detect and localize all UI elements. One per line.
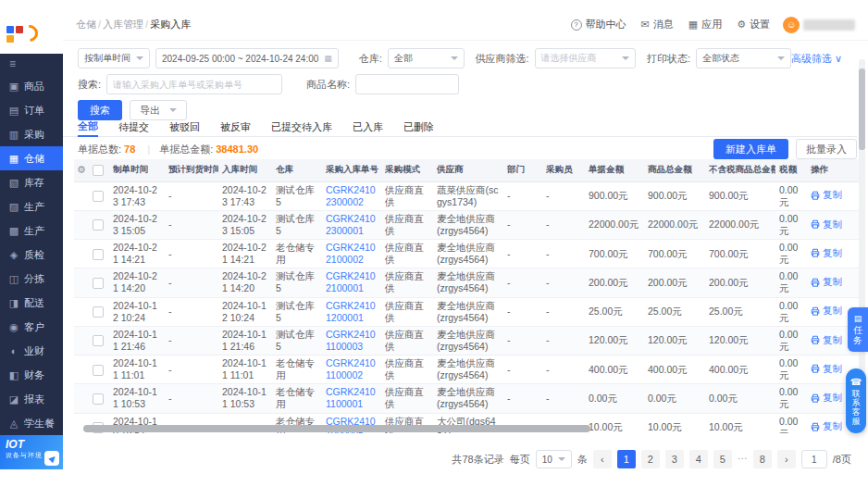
page-button-4[interactable]: 4 <box>689 450 708 468</box>
row-checkbox[interactable] <box>93 191 104 202</box>
sidebar-item-生产-5[interactable]: ▨生产 <box>0 194 63 218</box>
next-page-button[interactable]: › <box>777 450 796 468</box>
help-button[interactable]: ?帮助中心 <box>571 18 626 31</box>
copy-button[interactable]: 复制 <box>811 363 842 375</box>
sidebar-item-客户-10[interactable]: ◉客户 <box>0 315 63 339</box>
tab-0[interactable]: 全部 <box>78 117 98 137</box>
column-settings-icon[interactable]: ⚙ <box>77 164 86 175</box>
page-button-1[interactable]: 1 <box>617 450 636 468</box>
sidebar-item-业财-11[interactable]: ◐业财 <box>0 339 63 363</box>
chevron-down-icon <box>136 56 143 64</box>
iot-panel[interactable]: IOT 设备与环境 ▶ <box>0 435 63 469</box>
page-button-5[interactable]: 5 <box>713 450 732 468</box>
copy-button[interactable]: 复制 <box>811 218 842 231</box>
tab-4[interactable]: 已提交待入库 <box>271 117 332 137</box>
supplier-select[interactable]: 请选择供应商 <box>535 48 636 69</box>
table-row: 2024-10-11 21:46-2024-10-11 21:46测试仓库5CG… <box>74 326 859 355</box>
copy-button[interactable]: 复制 <box>811 305 842 317</box>
row-checkbox[interactable] <box>93 219 104 231</box>
prev-page-button[interactable]: ‹ <box>593 450 612 468</box>
sidebar-item-报表-13[interactable]: ◪报表 <box>0 387 63 411</box>
copy-button[interactable]: 复制 <box>811 276 842 288</box>
sidebar-item-生产-6[interactable]: ▩生产 <box>0 218 63 243</box>
sidebar-item-财务-12[interactable]: ◧财务 <box>0 363 63 387</box>
product-name-input[interactable] <box>355 74 459 94</box>
page-jump-input[interactable] <box>801 450 827 468</box>
cell-order_no[interactable]: CGRK24102100001 <box>322 268 381 297</box>
sidebar-item-label: 订单 <box>24 104 44 118</box>
row-checkbox[interactable] <box>93 306 104 318</box>
main-topbar: 仓储/入库管理/采购入库 ?帮助中心✉消息▦应用⚙设置 ☺ <box>63 9 868 41</box>
settings-button[interactable]: ⚙设置 <box>737 18 770 31</box>
sidebar-item-质检-7[interactable]: ◈质检 <box>0 243 63 267</box>
cell-order_no[interactable]: CGRK24101200001 <box>322 297 381 326</box>
customer-service-button[interactable]: ☎ 联系客服 <box>846 368 866 433</box>
cell-order_no[interactable]: CGRK24101100002 <box>322 356 381 384</box>
copy-button[interactable]: 复制 <box>811 420 842 432</box>
cell-order_no[interactable]: CGRK24101100001 <box>322 384 381 413</box>
copy-button[interactable]: 复制 <box>811 334 842 346</box>
tab-5[interactable]: 已入库 <box>353 117 383 137</box>
sidebar-item-订单-1[interactable]: ▤订单 <box>0 98 63 122</box>
table-row: 2024-10-21 14:20-2024-10-21 14:20测试仓库5CG… <box>74 268 859 297</box>
copy-button[interactable]: 复制 <box>811 392 842 404</box>
user-menu[interactable]: ☺ <box>783 17 855 33</box>
select-all-checkbox[interactable] <box>93 165 104 176</box>
sidebar-item-配送-9[interactable]: ◨配送 <box>0 291 63 315</box>
tab-6[interactable]: 已删除 <box>403 117 434 137</box>
sidebar-collapse-button[interactable]: ≡ <box>0 54 63 74</box>
page-button-8[interactable]: 8 <box>753 450 772 468</box>
tab-1[interactable]: 待提交 <box>118 117 149 137</box>
cell-order_no[interactable]: CGRK24102300001 <box>322 210 381 239</box>
row-checkbox[interactable] <box>93 249 104 260</box>
row-checkbox[interactable] <box>93 278 104 289</box>
menu-icon: ◪ <box>8 393 19 405</box>
row-checkbox[interactable] <box>93 393 104 405</box>
breadcrumb-item[interactable]: 入库管理 <box>103 19 143 30</box>
warehouse-value: 全部 <box>394 52 413 65</box>
row-checkbox[interactable] <box>93 365 104 376</box>
cell-order_no[interactable]: CGRK24101100003 <box>322 326 381 355</box>
date-range-picker[interactable]: 2024-09-25 00:00 ~ 2024-10-24 24:00 ▦ <box>155 48 339 69</box>
per-page-select[interactable]: 10 <box>536 450 572 468</box>
row-checkbox[interactable] <box>93 335 104 346</box>
sidebar-item-商品-0[interactable]: ▣商品 <box>0 74 63 98</box>
sidebar-item-采购-2[interactable]: ▥采购 <box>0 122 63 146</box>
copy-button[interactable]: 复制 <box>811 189 842 201</box>
cell-warehouse: 老仓储专用 <box>272 240 322 268</box>
batch-entry-button[interactable]: 批量录入 <box>796 139 857 159</box>
sidebar-item-仓储-3[interactable]: ▦仓储 <box>0 146 63 170</box>
cell-action: 复制 <box>807 268 859 297</box>
task-float-button[interactable]: ▤ 任务 <box>848 307 868 352</box>
vertical-scrollbar-thumb[interactable] <box>859 69 865 150</box>
cell-mode: 供应商直供 <box>381 326 433 355</box>
sidebar-item-库存-4[interactable]: ▧库存 <box>0 170 63 194</box>
per-page-label: 每页 <box>510 453 530 467</box>
column-header: 入库时间 <box>218 159 272 181</box>
cell-order_no[interactable]: CGRK24102100002 <box>322 240 381 268</box>
cell-inbound: 2024-10-23 17:43 <box>218 181 272 210</box>
horizontal-scrollbar[interactable] <box>83 425 590 432</box>
warehouse-select[interactable]: 全部 <box>388 48 465 69</box>
time-type-select[interactable]: 按制单时间 <box>78 48 150 69</box>
cell-supplier: 麦全地供应商(zrgys4564) <box>433 384 503 413</box>
page-button-2[interactable]: 2 <box>641 450 660 468</box>
sidebar-item-学生餐-14[interactable]: ◬学生餐 <box>0 411 63 435</box>
tab-3[interactable]: 被反审 <box>220 117 251 137</box>
cell-buyer: - <box>542 356 585 384</box>
sidebar-item-label: 分拣 <box>24 272 44 286</box>
print-status-select[interactable]: 全部状态 <box>696 48 791 69</box>
page-button-3[interactable]: 3 <box>665 450 684 468</box>
advanced-filter-link[interactable]: 高级筛选 ∨ <box>791 52 842 66</box>
create-inbound-button[interactable]: 新建入库单 <box>713 139 788 159</box>
column-header: 供应商 <box>433 159 503 181</box>
search-input[interactable] <box>106 74 282 94</box>
apps-button[interactable]: ▦应用 <box>688 18 722 31</box>
total-records-label: 共78条记录 <box>452 453 503 467</box>
sidebar-item-分拣-8[interactable]: ◫分拣 <box>0 267 63 291</box>
tab-2[interactable]: 被驳回 <box>169 117 200 137</box>
breadcrumb-item[interactable]: 仓储 <box>76 19 96 30</box>
message-button[interactable]: ✉消息 <box>641 18 674 31</box>
cell-order_no[interactable]: CGRK24102300002 <box>322 181 381 210</box>
copy-button[interactable]: 复制 <box>811 247 842 259</box>
